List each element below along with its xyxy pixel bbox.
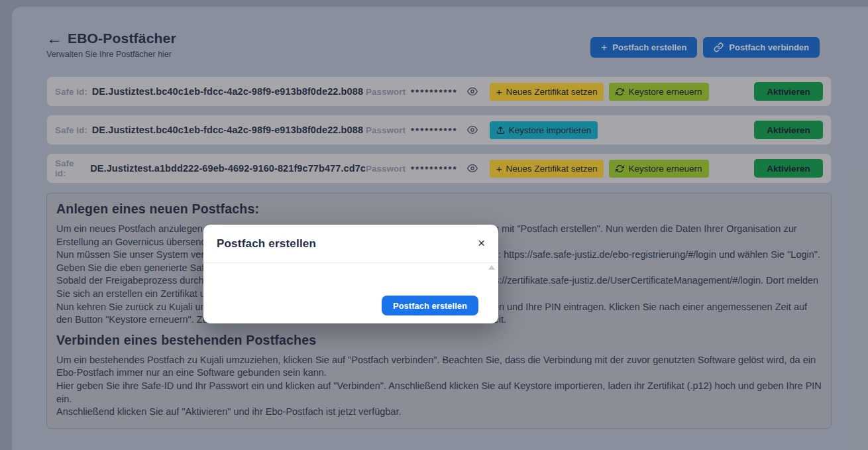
modal-header: Postfach erstellen × (203, 225, 498, 263)
modal-submit-button[interactable]: Postfach erstellen (382, 296, 478, 315)
modal-submit-label: Postfach erstellen (393, 301, 467, 311)
create-mailbox-modal: Postfach erstellen × Postfach erstellen (203, 225, 498, 323)
close-icon[interactable]: × (475, 234, 488, 252)
modal-title: Postfach erstellen (217, 237, 316, 251)
scroll-up-indicator (488, 265, 495, 270)
